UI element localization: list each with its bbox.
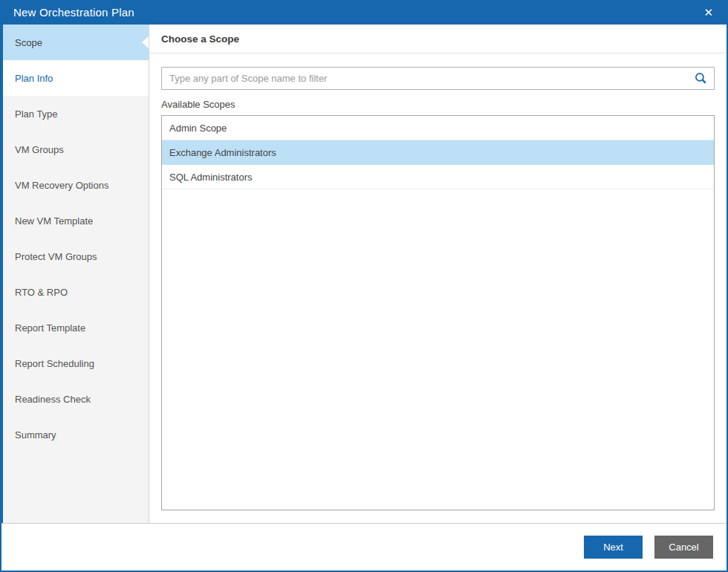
wizard-steps-sidebar: ScopePlan InfoPlan TypeVM GroupsVM Recov… — [1, 25, 149, 523]
dialog-title: New Orchestration Plan — [13, 6, 134, 19]
sidebar-item-label: VM Groups — [15, 144, 64, 155]
content-header: Choose a Scope — [149, 25, 727, 53]
scope-list: Admin ScopeExchange AdministratorsSQL Ad… — [161, 115, 715, 510]
sidebar-item-plan-type[interactable]: Plan Type — [3, 96, 149, 131]
search-icon[interactable] — [695, 72, 707, 85]
sidebar-item-plan-info[interactable]: Plan Info — [3, 60, 149, 96]
sidebar-item-label: Protect VM Groups — [15, 251, 97, 262]
scope-name: Exchange Administrators — [169, 147, 276, 158]
dialog-body: ScopePlan InfoPlan TypeVM GroupsVM Recov… — [1, 25, 727, 523]
scope-name: Admin Scope — [169, 123, 227, 134]
sidebar-item-label: RTO & RPO — [15, 287, 68, 298]
sidebar-item-protect-vm-groups[interactable]: Protect VM Groups — [3, 238, 149, 274]
scope-list-item-exchange-administrators[interactable]: Exchange Administrators — [162, 140, 714, 165]
sidebar-item-label: Scope — [15, 37, 42, 48]
new-orchestration-plan-dialog: New Orchestration Plan ✕ ScopePlan InfoP… — [0, 0, 728, 572]
sidebar-item-label: Report Scheduling — [15, 358, 94, 369]
available-scopes-label: Available Scopes — [161, 99, 715, 110]
sidebar-item-label: Readiness Check — [15, 394, 91, 405]
sidebar-item-vm-recovery-options[interactable]: VM Recovery Options — [3, 167, 149, 203]
scope-filter — [161, 67, 715, 90]
scope-filter-input[interactable] — [161, 67, 715, 90]
sidebar-item-label: Report Template — [15, 322, 85, 334]
sidebar-item-summary[interactable]: Summary — [3, 417, 149, 452]
sidebar-item-label: Plan Type — [15, 108, 58, 120]
scope-list-item-sql-administrators[interactable]: SQL Administrators — [162, 165, 714, 189]
scope-step-content: Choose a Scope Available Scopes Admin Sc… — [149, 25, 727, 523]
sidebar-item-label: VM Recovery Options — [15, 180, 108, 191]
scope-name: SQL Administrators — [169, 172, 253, 183]
dialog-titlebar: New Orchestration Plan ✕ — [1, 0, 727, 25]
sidebar-item-readiness-check[interactable]: Readiness Check — [3, 381, 149, 417]
sidebar-item-vm-groups[interactable]: VM Groups — [3, 131, 149, 167]
sidebar-item-label: New VM Template — [15, 215, 93, 227]
content-inner: Available Scopes Admin ScopeExchange Adm… — [149, 53, 727, 523]
sidebar-item-scope[interactable]: Scope — [3, 25, 149, 60]
close-icon[interactable]: ✕ — [701, 5, 716, 19]
dialog-footer: Next Cancel — [1, 523, 727, 571]
sidebar-item-report-template[interactable]: Report Template — [3, 310, 149, 345]
sidebar-item-rto-rpo[interactable]: RTO & RPO — [3, 274, 149, 310]
cancel-button[interactable]: Cancel — [654, 536, 713, 559]
scope-list-item-admin-scope[interactable]: Admin Scope — [162, 116, 714, 140]
sidebar-item-label: Plan Info — [15, 73, 53, 84]
sidebar-item-report-scheduling[interactable]: Report Scheduling — [3, 345, 149, 381]
sidebar-item-label: Summary — [15, 429, 56, 441]
sidebar-item-new-vm-template[interactable]: New VM Template — [3, 203, 149, 238]
page-title: Choose a Scope — [161, 33, 239, 45]
next-button[interactable]: Next — [584, 536, 643, 559]
